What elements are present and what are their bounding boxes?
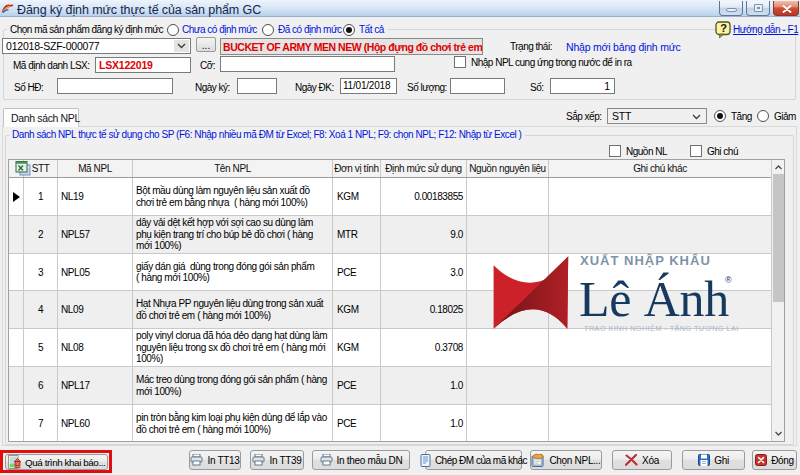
svg-text:Lê Ánh: Lê Ánh [579,271,729,327]
svg-text:?: ? [720,22,727,34]
svg-text:XUẤT NHẬP KHẨU: XUẤT NHẬP KHẨU [580,253,711,268]
svg-text:®: ® [725,275,732,285]
svg-text:TRAO KINH NGHIỆM - TẶNG TƯƠN: TRAO KINH NGHIỆM - TẶNG TƯƠNG LAI [584,324,739,333]
